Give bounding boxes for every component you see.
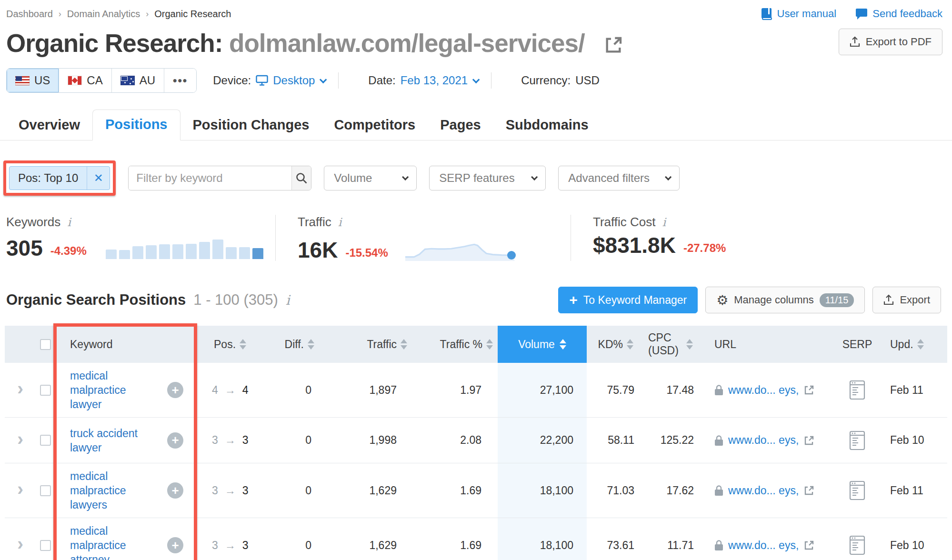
country-tab-au[interactable]: AU [112,69,164,92]
column-header-url[interactable]: URL [698,326,831,363]
tab-pages[interactable]: Pages [428,110,493,140]
sort-icon[interactable] [401,339,407,350]
breadcrumb-dashboard[interactable]: Dashboard [6,9,53,20]
external-link-icon[interactable] [803,540,815,551]
device-dropdown[interactable]: Desktop [273,74,325,87]
country-tab-ca[interactable]: CA [59,69,111,92]
expand-row-icon[interactable]: › [17,480,23,498]
keyword-link[interactable]: medical malpractice lawyers [70,469,150,512]
tab-overview[interactable]: Overview [6,110,92,140]
column-header-traffic[interactable]: Traffic [319,326,412,363]
open-domain-external-icon[interactable] [604,36,623,55]
traffic-value: 1,998 [319,418,412,463]
date-dropdown[interactable]: Feb 13, 2021 [401,74,478,87]
tab-positions[interactable]: Positions [92,110,180,140]
sort-icon[interactable] [486,339,493,350]
export-button[interactable]: Export [872,287,941,313]
serp-snapshot-icon[interactable] [849,380,865,400]
breadcrumb: Dashboard › Domain Analytics › Organic R… [6,9,231,20]
url-link[interactable]: www.do... eys, [728,434,799,447]
advanced-filters-dropdown[interactable]: Advanced filters [558,166,680,190]
url-link[interactable]: www.do... eys, [728,539,799,552]
traffic-pct-value: 1.69 [412,518,498,560]
row-checkbox[interactable] [40,435,51,446]
expand-row-icon[interactable]: › [17,380,23,398]
more-countries-button[interactable]: ••• [164,69,196,92]
manage-columns-button[interactable]: ⚙ Manage columns 11/15 [705,287,865,313]
row-checkbox[interactable] [40,385,51,396]
traffic-cost-stat: Traffic Costi $831.8K -27.78% [571,215,745,261]
column-header-kd[interactable]: KD% [587,326,638,363]
keyword-link[interactable]: truck accident lawyer [70,426,150,455]
column-header-pos[interactable]: Pos. [193,326,260,363]
sort-icon[interactable] [240,339,246,350]
expand-row-icon[interactable]: › [17,535,23,553]
column-header-traffic-pct[interactable]: Traffic % [412,326,498,363]
lock-icon [714,540,723,551]
add-to-keyword-manager-icon[interactable]: + [167,537,183,553]
keyword-link[interactable]: medical malpractice attorney [70,524,150,560]
serp-snapshot-icon[interactable] [849,480,865,500]
lock-icon [714,435,723,446]
sort-icon[interactable] [917,339,924,350]
column-header-cpc[interactable]: CPC (USD) [638,326,698,363]
info-icon[interactable]: i [662,216,666,229]
tab-position-changes[interactable]: Position Changes [180,110,322,140]
column-header-keyword[interactable]: Keyword [55,326,193,363]
search-button[interactable] [291,166,311,190]
keyword-filter-input[interactable] [129,166,291,190]
tab-subdomains[interactable]: Subdomains [493,110,601,140]
page-title: Organic Research: dolmanlaw.com/legal-se… [6,29,585,58]
diff-value: 0 [260,418,319,463]
tab-competitors[interactable]: Competitors [321,110,428,140]
external-link-icon[interactable] [803,384,815,396]
position-current: 3 [242,434,249,447]
sort-icon[interactable] [308,339,314,350]
breadcrumb-domain-analytics[interactable]: Domain Analytics [67,9,140,20]
updated-date: Feb 11 [883,363,947,417]
lock-icon [714,384,723,396]
serp-snapshot-icon[interactable] [849,430,865,450]
cpc-value: 11.71 [638,518,698,560]
external-link-icon[interactable] [803,435,815,446]
keyword-link[interactable]: medical malpractice lawyer [70,369,150,411]
add-to-keyword-manager-icon[interactable]: + [167,482,183,499]
kd-value: 73.61 [587,518,638,560]
info-icon[interactable]: i [338,216,342,229]
updated-date: Feb 10 [883,518,947,560]
remove-filter-icon[interactable]: ✕ [87,167,110,190]
table-section-header: Organic Search Positions 1 - 100 (305) i… [6,287,941,313]
info-icon[interactable]: i [286,292,290,308]
send-feedback-link[interactable]: Send feedback [855,8,942,20]
user-manual-link[interactable]: User manual [761,8,837,20]
device-selector: Device: Desktop [213,74,325,87]
volume-value: 22,200 [498,418,587,463]
to-keyword-manager-button[interactable]: + To Keyword Manager [558,287,698,313]
table-row: › medical malpractice attorney + 3 → 3 0… [5,518,947,560]
volume-filter-dropdown[interactable]: Volume [324,166,417,190]
url-link[interactable]: www.do... eys, [728,384,799,397]
country-tab-us[interactable]: US [7,69,59,92]
sort-icon[interactable] [627,339,633,350]
sort-icon[interactable] [560,339,566,350]
sort-icon[interactable] [686,339,693,350]
expand-row-icon[interactable]: › [17,430,23,448]
diff-value: 0 [260,463,319,518]
add-to-keyword-manager-icon[interactable]: + [167,432,183,449]
row-checkbox[interactable] [40,485,51,496]
position-arrow-icon: → [225,539,236,552]
position-arrow-icon: → [225,484,236,497]
external-link-icon[interactable] [803,485,815,496]
column-header-upd[interactable]: Upd. [883,326,947,363]
serp-features-dropdown[interactable]: SERP features [429,166,546,190]
position-previous: 3 [212,539,218,552]
select-all-checkbox[interactable] [40,339,51,350]
url-link[interactable]: www.do... eys, [728,484,799,497]
export-to-pdf-button[interactable]: Export to PDF [839,29,942,55]
row-checkbox[interactable] [40,540,51,551]
column-header-volume[interactable]: Volume [498,326,587,363]
serp-snapshot-icon[interactable] [849,535,865,555]
add-to-keyword-manager-icon[interactable]: + [167,382,183,398]
info-icon[interactable]: i [67,216,71,229]
column-header-diff[interactable]: Diff. [260,326,319,363]
